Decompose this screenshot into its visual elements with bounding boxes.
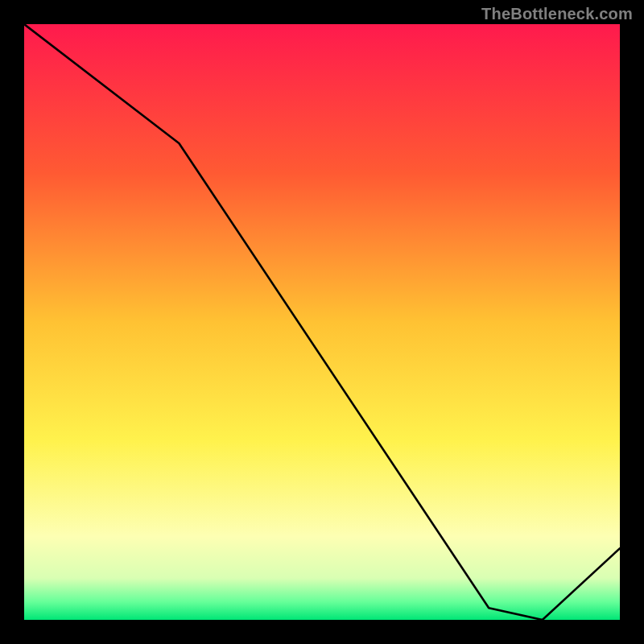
watermark-text: TheBottleneck.com bbox=[481, 5, 633, 23]
chart-svg bbox=[24, 24, 620, 620]
plot-area bbox=[24, 24, 620, 620]
chart-frame: TheBottleneck.com bbox=[0, 0, 644, 644]
gradient-rect bbox=[24, 24, 620, 620]
